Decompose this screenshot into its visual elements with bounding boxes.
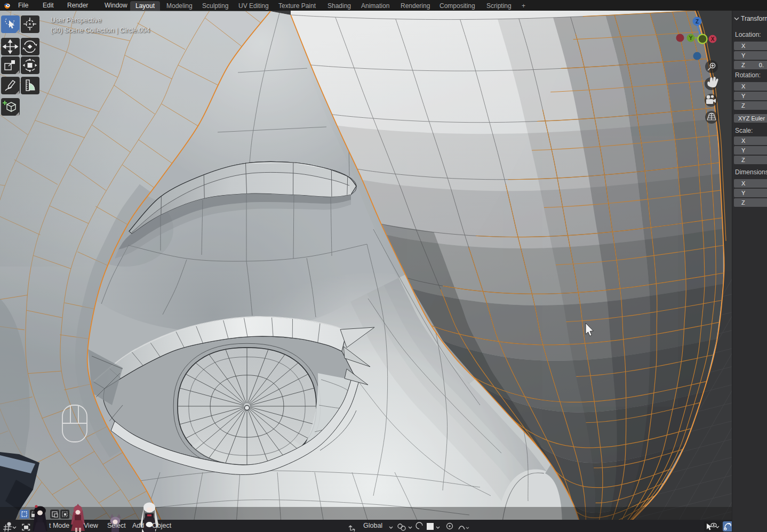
svg-text:X: X (711, 36, 715, 42)
svg-text:Z: Z (696, 19, 699, 25)
svg-text:Y: Y (689, 35, 693, 41)
